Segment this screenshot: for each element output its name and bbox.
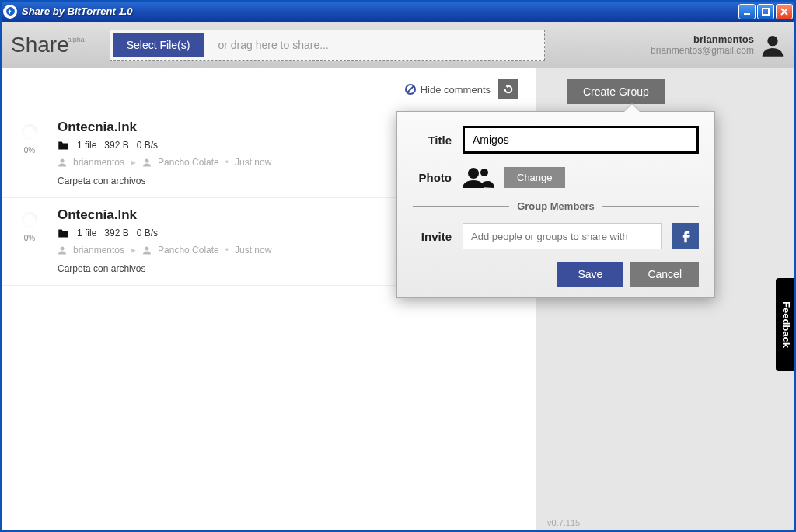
group-title-input[interactable]	[463, 126, 699, 154]
minimize-button[interactable]	[738, 4, 756, 19]
close-button[interactable]	[776, 4, 793, 19]
user-name: brianmentos	[651, 33, 754, 45]
progress-block: 0%	[16, 120, 44, 186]
spinner-icon	[18, 121, 41, 143]
avatar-icon	[760, 33, 785, 57]
person-icon	[58, 158, 67, 167]
svg-point-9	[468, 168, 479, 179]
folder-icon	[58, 228, 69, 238]
person-icon	[142, 158, 152, 167]
hide-comments-link[interactable]: Hide comments	[405, 84, 491, 96]
progress-pct: 0%	[16, 146, 44, 155]
svg-point-10	[480, 169, 488, 176]
invite-input[interactable]	[463, 223, 662, 249]
svg-point-5	[61, 159, 65, 163]
header-bar: Sharealpha Select File(s) or drag here t…	[0, 22, 796, 68]
person-icon	[58, 245, 67, 255]
window-title: Share by BitTorrent 1.0	[22, 5, 738, 17]
version-label: v0.7.115	[547, 518, 580, 527]
create-group-button[interactable]: Create Group	[567, 79, 665, 104]
svg-point-7	[61, 247, 65, 251]
prohibit-icon	[405, 84, 416, 95]
maximize-button[interactable]	[757, 4, 774, 19]
side-panel: Create Group Title Photo Change Group Me…	[536, 68, 796, 532]
svg-point-8	[145, 247, 149, 251]
drop-zone[interactable]: Select File(s) or drag here to share...	[110, 30, 545, 61]
user-block[interactable]: brianmentos brianmentos@gmail.com	[651, 33, 785, 57]
app-icon	[3, 5, 17, 19]
invite-label: Invite	[413, 230, 452, 243]
window-titlebar: Share by BitTorrent 1.0	[0, 0, 796, 22]
group-members-heading: Group Members	[517, 200, 595, 212]
group-photo-icon	[463, 166, 494, 188]
photo-label: Photo	[413, 171, 452, 184]
select-files-button[interactable]: Select File(s)	[113, 33, 204, 57]
spinner-icon	[18, 209, 41, 231]
create-group-popover: Title Photo Change Group Members Invite	[396, 111, 715, 298]
svg-rect-1	[763, 9, 769, 15]
user-email: brianmentos@gmail.com	[651, 45, 754, 56]
cancel-button[interactable]: Cancel	[630, 262, 699, 287]
drag-hint: or drag here to share...	[218, 39, 328, 51]
change-photo-button[interactable]: Change	[504, 167, 565, 188]
save-button[interactable]: Save	[557, 262, 623, 287]
folder-icon	[58, 141, 69, 151]
refresh-button[interactable]	[498, 79, 518, 99]
facebook-button[interactable]	[672, 223, 699, 249]
person-icon	[142, 245, 152, 255]
progress-block: 0%	[16, 207, 44, 274]
feedback-tab[interactable]: Feedback	[776, 278, 796, 371]
app-name: Sharealpha	[11, 33, 86, 57]
progress-pct: 0%	[16, 234, 44, 242]
title-label: Title	[413, 134, 452, 147]
svg-point-6	[145, 159, 149, 163]
svg-point-4	[767, 36, 777, 46]
